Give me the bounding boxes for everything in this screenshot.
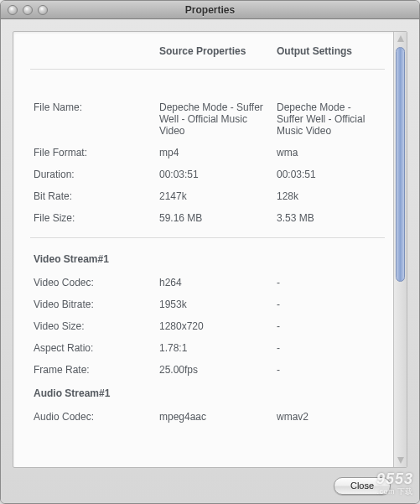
window-title: Properties (1, 4, 419, 16)
row-source: 1280x720 (156, 315, 273, 337)
table-row: Frame Rate: 25.00fps - (30, 359, 385, 381)
row-label: Duration: (30, 164, 156, 185)
audio-stream-heading: Audio Stream#1 (30, 381, 156, 406)
scrollbar-thumb[interactable] (396, 47, 405, 282)
row-output: Depeche Mode - Suffer Well - Official Mu… (273, 96, 385, 142)
table-row: Duration: 00:03:51 00:03:51 (30, 164, 385, 185)
vertical-scrollbar[interactable] (393, 32, 407, 467)
row-source: 1.78:1 (156, 337, 273, 359)
table-row: Aspect Ratio: 1.78:1 - (30, 337, 385, 359)
row-output: - (273, 315, 385, 337)
audio-heading-row: Audio Stream#1 (30, 381, 385, 406)
row-output: - (273, 337, 385, 359)
row-output: - (273, 359, 385, 381)
row-label: Audio Codec: (30, 406, 156, 428)
row-output: wma (273, 142, 385, 164)
row-source: h264 (156, 272, 273, 294)
properties-table: Source Properties Output Settings File N… (30, 44, 385, 428)
row-source: Depeche Mode - Suffer Well - Official Mu… (156, 96, 273, 142)
zoom-icon[interactable] (38, 5, 48, 15)
table-row: File Name: Depeche Mode - Suffer Well - … (30, 96, 385, 142)
row-label: Video Bitrate: (30, 294, 156, 315)
table-row: Bit Rate: 2147k 128k (30, 185, 385, 207)
table-row: Audio Codec: mpeg4aac wmav2 (30, 406, 385, 428)
row-label: File Size: (30, 207, 156, 229)
row-source: 2147k (156, 185, 273, 207)
divider (30, 69, 385, 70)
row-output: 00:03:51 (273, 164, 385, 185)
header-row: Source Properties Output Settings (30, 44, 385, 60)
properties-scroll-content: Source Properties Output Settings File N… (13, 32, 393, 467)
titlebar: Properties (1, 1, 419, 19)
row-output: 128k (273, 185, 385, 207)
row-label: Frame Rate: (30, 359, 156, 381)
column-source: Source Properties (156, 44, 273, 60)
table-row: Video Codec: h264 - (30, 272, 385, 294)
row-label: File Name: (30, 96, 156, 142)
row-label: Video Codec: (30, 272, 156, 294)
close-button-label: Close (350, 481, 374, 491)
row-output: wmav2 (273, 406, 385, 428)
row-source: 1953k (156, 294, 273, 315)
row-source: mpeg4aac (156, 406, 273, 428)
video-stream-heading: Video Stream#1 (30, 247, 156, 272)
traffic-lights (1, 5, 48, 15)
row-output: 3.53 MB (273, 207, 385, 229)
dialog-footer: Close (13, 468, 407, 503)
table-row: File Format: mp4 wma (30, 142, 385, 164)
row-source: 59.16 MB (156, 207, 273, 229)
row-label: Bit Rate: (30, 185, 156, 207)
divider (30, 237, 385, 238)
properties-window: Properties Source Properties Output Sett… (0, 0, 420, 504)
close-button[interactable]: Close (334, 477, 391, 495)
row-label: Aspect Ratio: (30, 337, 156, 359)
close-icon[interactable] (8, 5, 18, 15)
row-source: mp4 (156, 142, 273, 164)
window-body: Source Properties Output Settings File N… (1, 19, 419, 503)
table-row: Video Size: 1280x720 - (30, 315, 385, 337)
video-heading-row: Video Stream#1 (30, 247, 385, 272)
row-label: Video Size: (30, 315, 156, 337)
minimize-icon[interactable] (23, 5, 33, 15)
row-output: - (273, 272, 385, 294)
properties-panel: Source Properties Output Settings File N… (13, 31, 407, 468)
table-row: Video Bitrate: 1953k - (30, 294, 385, 315)
table-row: File Size: 59.16 MB 3.53 MB (30, 207, 385, 229)
row-source: 25.00fps (156, 359, 273, 381)
column-output: Output Settings (273, 44, 385, 60)
row-label: File Format: (30, 142, 156, 164)
row-output: - (273, 294, 385, 315)
row-source: 00:03:51 (156, 164, 273, 185)
